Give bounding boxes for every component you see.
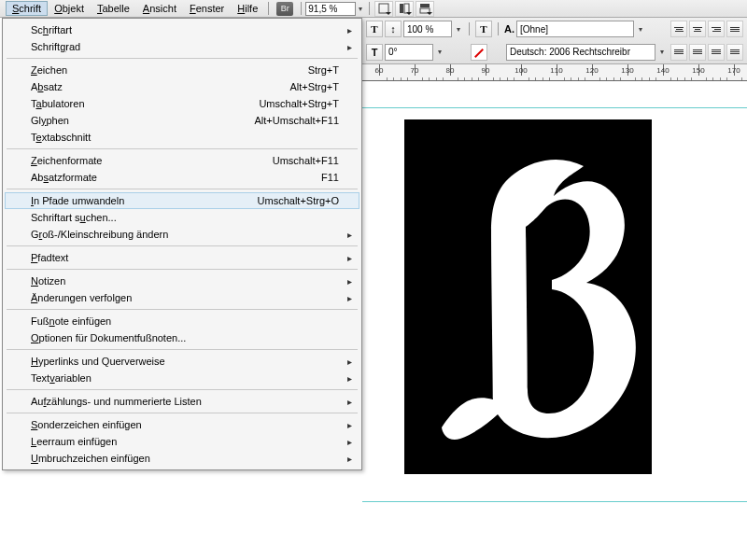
menu-item[interactable]: Textvariablen [5,370,359,386]
menu-item[interactable]: Notizen [5,273,359,289]
menu-item[interactable]: TabulatorenUmschalt+Strg+T [5,95,359,112]
svg-rect-3 [420,4,430,7]
control-panel: T ↕ ▾ T A. ▾ T ▾ ▾ [362,18,747,64]
svg-rect-0 [379,4,388,13]
zoom-input[interactable] [305,2,356,16]
menu-hilfe[interactable]: Hilfe [231,1,264,16]
align-right-icon[interactable] [708,21,725,37]
menu-item[interactable]: Umbruchzeichen einfügen [5,450,359,467]
language-select[interactable] [506,44,655,61]
schrift-dropdown: SchriftartSchriftgradZeichenStrg+TAbsatz… [2,18,362,470]
dropdown-arrow-icon[interactable]: ▾ [636,25,645,34]
guide-line [362,501,747,502]
dropdown-arrow-icon[interactable]: ▾ [657,48,667,56]
justify-left-icon[interactable] [670,44,687,61]
text-tool-icon[interactable]: T [366,21,383,37]
font-size-input[interactable] [403,21,452,37]
menu-item[interactable]: ZeichenformateUmschalt+F11 [5,152,359,169]
svg-rect-4 [420,8,430,13]
menu-item[interactable]: Änderungen verfolgen [5,289,359,306]
dropdown-arrow-icon[interactable]: ▾ [356,5,365,13]
view-mode-1[interactable] [374,1,393,17]
menu-tabelle[interactable]: Tabelle [91,1,136,16]
blackletter-b [404,119,652,474]
menu-item[interactable]: Schriftgrad [5,38,359,55]
menu-schrift[interactable]: Schrift [6,1,48,16]
menu-item[interactable]: Fußnote einfügen [5,313,359,329]
no-fill-icon[interactable] [471,44,487,61]
char-style-select[interactable] [516,21,634,37]
menu-item[interactable]: Groß-/Kleinschreibung ändern [5,226,359,243]
align-left-icon[interactable] [670,21,687,37]
align-center-icon[interactable] [689,21,706,37]
char-tool-icon[interactable]: T [475,21,492,37]
menu-item[interactable]: Textabschnitt [5,129,359,146]
menu-item[interactable]: ZeichenStrg+T [5,62,359,78]
menu-ansicht[interactable]: Ansicht [136,1,183,16]
justify-right-icon[interactable] [708,44,725,61]
bridge-button[interactable]: Br [276,2,293,16]
menu-item[interactable]: Hyperlinks und Querverweise [5,353,359,370]
menu-item[interactable]: In Pfade umwandelnUmschalt+Strg+O [5,192,359,209]
view-mode-3[interactable] [416,1,434,17]
document-canvas[interactable]: 60708090100110120130140150170 [362,64,747,560]
zoom-control[interactable]: ▾ [305,2,365,16]
justify-full-icon[interactable] [726,44,743,61]
menu-item[interactable]: AbsatzAlt+Strg+T [5,78,359,95]
menu-item[interactable]: Pfadtext [5,249,359,266]
menu-item[interactable]: Sonderzeichen einfügen [5,416,359,433]
svg-rect-1 [400,4,403,13]
menubar: Schrift Objekt Tabelle Ansicht Fenster H… [0,0,747,18]
align-justify-icon[interactable] [726,21,743,37]
guide-line [362,107,747,108]
horizontal-ruler: 60708090100110120130140150170 [362,64,747,81]
dropdown-arrow-icon[interactable]: ▾ [454,25,463,34]
menu-item[interactable]: Schriftart suchen... [5,209,359,226]
menu-item[interactable]: GlyphenAlt+Umschalt+F11 [5,112,359,129]
menu-objekt[interactable]: Objekt [48,1,91,16]
dropdown-arrow-icon[interactable]: ▾ [435,48,444,56]
menu-item[interactable]: Optionen für Dokumentfußnoten... [5,329,359,346]
rotation-input[interactable] [385,44,433,61]
rotate-tool-icon[interactable]: T [366,44,383,61]
menu-fenster[interactable]: Fenster [183,1,231,16]
menu-item[interactable]: AbsatzformateF11 [5,169,359,186]
superscript-icon[interactable]: ↕ [385,21,402,37]
text-frame[interactable] [404,119,652,474]
menu-item[interactable]: Leerraum einfügen [5,433,359,450]
svg-rect-2 [404,4,409,13]
view-mode-2[interactable] [395,1,414,17]
justify-center-icon[interactable] [689,44,706,61]
menu-item[interactable]: Aufzählungs- und nummerierte Listen [5,393,359,410]
char-style-label: A. [504,23,514,35]
menu-item[interactable]: Schriftart [5,21,359,38]
